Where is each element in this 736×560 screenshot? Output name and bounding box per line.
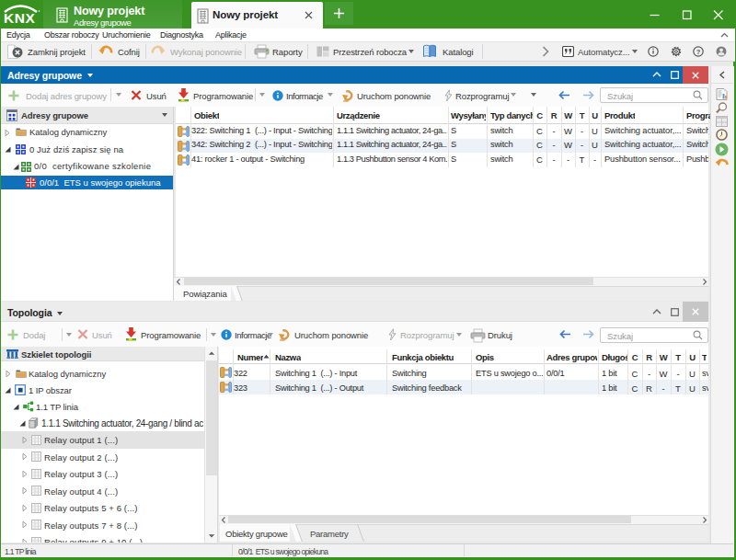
svg-text:?: ?: [696, 48, 701, 56]
svg-text:KNX: KNX: [4, 10, 35, 26]
